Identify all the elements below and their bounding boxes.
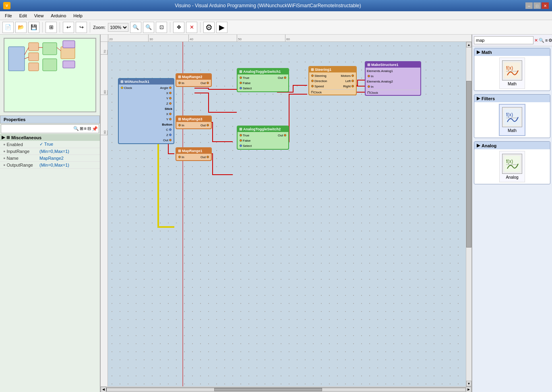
toggle2-true[interactable]: True <box>238 133 253 138</box>
make-in2[interactable]: In <box>366 84 394 89</box>
redo-button[interactable]: ↪ <box>76 22 87 33</box>
port-z1[interactable]: Z <box>159 101 174 106</box>
vscroll-up-button[interactable]: ▲ <box>466 42 471 47</box>
port-angle[interactable]: Angle <box>159 85 174 90</box>
port-x1[interactable]: X <box>159 91 174 95</box>
comp-analog[interactable]: f(x) Analog <box>499 151 525 182</box>
save-button[interactable]: 💾 <box>28 22 39 33</box>
vertical-scrollbar[interactable]: ▲ ▼ <box>466 42 471 386</box>
port-out[interactable]: Out <box>159 138 174 142</box>
grid-button[interactable]: ⊞ <box>45 22 57 33</box>
vscroll-thumb[interactable] <box>466 81 471 248</box>
prop-label-enabled: Enabled <box>6 142 23 147</box>
prop-val-outputrange[interactable]: (Min=0,Max=1) <box>39 163 69 167</box>
node-maprange2[interactable]: ⊞ MapRange2 In Out <box>176 73 212 87</box>
minimize-button[interactable]: – <box>525 2 533 9</box>
wiinunchuck-title: WiiNunchuck1 <box>124 80 149 84</box>
pin-icon[interactable]: 📌 <box>92 126 98 132</box>
port-c[interactable]: C <box>159 127 174 132</box>
zoom-out-button[interactable]: 🔍 <box>130 22 141 33</box>
node-analogtoggle2[interactable]: ⊞ AnalogToggleSwitch2 True False Select … <box>237 126 289 150</box>
canvas-content[interactable]: ⊞ WiiNunchuck1 Clock Angle <box>108 42 466 386</box>
comp-filters-math[interactable]: f(x) Math <box>499 104 525 136</box>
toggle2-false[interactable]: False <box>238 138 253 143</box>
props-icon3[interactable]: ≡ <box>84 126 87 132</box>
menu-view[interactable]: View <box>31 12 47 19</box>
tree-group-misc[interactable]: ▶ ⊞ Miscellaneous <box>0 134 100 141</box>
search-options-icon[interactable]: ⚙ <box>548 38 552 43</box>
upload-button[interactable]: ▶ <box>216 22 227 33</box>
zoom-in-button[interactable]: 🔍 <box>143 22 154 33</box>
open-button[interactable]: 📂 <box>15 22 27 33</box>
toggle1-false[interactable]: False <box>238 80 253 85</box>
port-zbtn[interactable]: Z <box>159 132 174 137</box>
maximize-button[interactable]: □ <box>533 2 541 9</box>
search-go-icon[interactable]: 🔍 <box>539 38 544 43</box>
zoom-fit-button[interactable]: ⊡ <box>156 22 167 33</box>
steering-speed[interactable]: Speed <box>309 84 329 89</box>
toggle2-out[interactable]: Out <box>277 133 288 138</box>
hscroll-thumb[interactable] <box>214 388 322 391</box>
props-icon4[interactable]: ⊟ <box>87 126 91 132</box>
steering-left[interactable]: Left <box>340 78 356 83</box>
maprange3-out[interactable]: Out <box>199 123 211 128</box>
move-button[interactable]: ✥ <box>173 22 184 33</box>
hscroll-left-button[interactable]: ◀ <box>101 387 106 392</box>
node-wiinunchuck[interactable]: ⊞ WiiNunchuck1 Clock Angle <box>118 78 174 144</box>
prop-val-inputrange[interactable]: (Min=0,Max=1) <box>39 149 69 154</box>
props-search-input[interactable] <box>1 126 72 131</box>
maprange3-in[interactable]: In <box>176 123 186 128</box>
port-sticky[interactable]: Y <box>159 117 174 122</box>
toggle2-false-dot <box>240 139 242 142</box>
search-clear-icon[interactable]: ✕ <box>534 38 538 43</box>
vscroll-down-button[interactable]: ▼ <box>466 381 471 386</box>
maprange2-in[interactable]: In <box>176 80 186 85</box>
steering-direction[interactable]: Direction <box>309 78 329 83</box>
steering-steering[interactable]: Steering <box>309 73 329 78</box>
close-button[interactable]: ✕ <box>542 2 549 9</box>
node-maprange1[interactable]: ⊞ MapRange1 In Out <box>176 147 212 161</box>
steering-motors[interactable]: Motors <box>340 73 356 78</box>
comp-math[interactable]: f(x) Math <box>499 58 525 89</box>
category-math-header[interactable]: ▶ Math <box>474 48 550 56</box>
port-y1[interactable]: Y <box>159 96 174 101</box>
analogtoggle2-header: ⊞ AnalogToggleSwitch2 <box>238 126 288 132</box>
node-makestructure[interactable]: ⊞ MakeStructure1 Elements.Analog1 In Ele… <box>365 61 421 96</box>
undo-button[interactable]: ↩ <box>63 22 74 33</box>
hscroll-right-button[interactable]: ▶ <box>466 387 471 392</box>
toggle1-true[interactable]: True <box>238 75 253 80</box>
node-analogtoggle1[interactable]: ⊞ AnalogToggleSwitch1 True False Select … <box>237 68 289 92</box>
maprange2-out-label: Out <box>201 81 206 85</box>
toggle2-select[interactable]: Select <box>238 143 253 148</box>
node-maprange3[interactable]: ⊞ MapRange3 In Out <box>176 116 212 129</box>
toggle1-select[interactable]: Select <box>238 86 253 91</box>
search-filter-icon[interactable]: ≡ <box>545 38 548 43</box>
maprange1-out[interactable]: Out <box>199 155 211 159</box>
menu-file[interactable]: File <box>2 12 15 19</box>
maprange1-in[interactable]: In <box>176 155 186 159</box>
category-filters-header[interactable]: ▶ Filters <box>474 95 550 102</box>
horizontal-scrollbar[interactable]: ◀ ▶ <box>101 386 471 392</box>
right-search-input[interactable] <box>474 36 533 44</box>
node-steering1[interactable]: ⊞ Steering1 Steering Direction Speed Mot… <box>308 66 357 95</box>
new-button[interactable]: 📄 <box>2 22 14 33</box>
make-in2-dot <box>368 85 370 88</box>
prop-val-name[interactable]: MapRange2 <box>39 156 64 161</box>
maprange2-out[interactable]: Out <box>199 80 211 85</box>
analogtoggle1-title: AnalogToggleSwitch1 <box>243 70 281 74</box>
search-icon[interactable]: 🔍 <box>73 126 79 132</box>
port-clock-in[interactable]: Clock <box>119 85 133 90</box>
zoom-select[interactable]: 100% 75% 150% <box>108 23 128 32</box>
delete-button[interactable]: ✕ <box>186 22 197 33</box>
steering-right[interactable]: Right <box>340 84 356 89</box>
category-analog-header[interactable]: ▶ Analog <box>474 142 550 149</box>
menu-arduino[interactable]: Arduino <box>48 12 69 19</box>
toggle1-out[interactable]: Out <box>277 75 288 80</box>
make-in1[interactable]: In <box>366 74 394 78</box>
port-stickx[interactable]: X <box>159 111 174 116</box>
menu-help[interactable]: Help <box>70 12 86 19</box>
prop-val-enabled[interactable]: ✓ True <box>39 142 53 147</box>
props-icon2[interactable]: ⊞ <box>80 126 83 132</box>
compile-button[interactable]: ⚙ <box>203 22 215 33</box>
menu-edit[interactable]: Edit <box>16 12 30 19</box>
